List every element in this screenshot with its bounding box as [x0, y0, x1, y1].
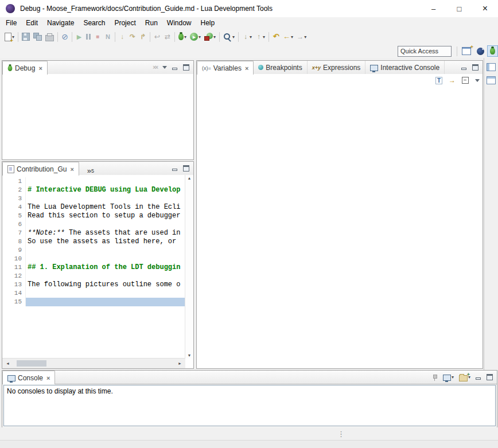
open-console-button[interactable]: ▾	[459, 373, 470, 381]
restore-minimized-view-button-2[interactable]	[487, 76, 496, 84]
skip-all-breakpoints-button[interactable]: ⊘	[60, 30, 70, 43]
editor-line[interactable]: 10	[2, 255, 185, 263]
scroll-down-icon[interactable]: ▼	[186, 353, 193, 357]
editor-line[interactable]: 8So use the assets as listed here, or	[2, 237, 185, 246]
minimize-view-button[interactable]	[476, 375, 481, 380]
debug-button[interactable]: ▾	[177, 30, 188, 43]
step-return-button[interactable]: ↱	[138, 30, 148, 43]
last-edit-location-button[interactable]: ↶	[271, 30, 281, 43]
menu-file[interactable]: File	[1, 17, 21, 29]
save-all-button[interactable]	[32, 30, 44, 43]
menu-search[interactable]: Search	[79, 17, 110, 29]
dropdown-arrow-icon[interactable]: ▾	[199, 34, 201, 40]
quick-access-input[interactable]: Quick Access	[398, 46, 452, 57]
previous-annotation-button[interactable]: ↑▾	[254, 30, 267, 43]
show-logical-structures-button[interactable]: →	[449, 76, 456, 84]
console-output[interactable]: No consoles to display at this time.	[3, 385, 496, 426]
tab-variables[interactable]: (x)= Variables ×	[197, 61, 254, 75]
editor-line[interactable]: 11## 1. Explanation of the LDT debuggin	[2, 263, 185, 272]
menu-project[interactable]: Project	[110, 17, 140, 29]
maximize-view-button[interactable]	[183, 165, 189, 172]
menu-window[interactable]: Window	[162, 17, 196, 29]
tab-debug[interactable]: Debug ×	[2, 61, 48, 75]
tab-interactive-console[interactable]: Interactive Console	[365, 61, 445, 74]
show-type-names-button[interactable]: T	[435, 77, 442, 84]
dropdown-arrow-icon[interactable]: ▾	[263, 34, 265, 40]
dropdown-arrow-icon[interactable]: ▾	[232, 34, 235, 40]
close-window-button[interactable]: ×	[472, 0, 498, 17]
close-tab-icon[interactable]: ×	[245, 65, 248, 72]
editor-line[interactable]: 14	[2, 289, 185, 298]
tab-expressions[interactable]: x+y Expressions	[308, 61, 366, 74]
variables-tree[interactable]	[197, 74, 483, 368]
remove-all-terminated-button[interactable]: ××	[153, 64, 157, 71]
back-button[interactable]: ←▾	[281, 30, 295, 43]
editor-line[interactable]: 7**Note:** The assets that are used in	[2, 229, 185, 237]
step-into-button[interactable]: ↓	[117, 30, 127, 43]
view-menu-icon[interactable]	[162, 66, 167, 69]
minimize-window-button[interactable]: –	[421, 0, 446, 17]
close-tab-icon[interactable]: ×	[46, 375, 50, 381]
editor-line[interactable]: 1	[2, 177, 185, 186]
search-button[interactable]: ▾	[221, 30, 236, 43]
dropdown-arrow-icon[interactable]: ▾	[304, 34, 306, 40]
editor-line[interactable]: 15	[2, 298, 185, 306]
minimize-view-button[interactable]	[172, 65, 178, 71]
display-selected-console-button[interactable]: ▾	[443, 374, 454, 381]
forward-button[interactable]: →▾	[295, 30, 308, 43]
maximize-view-button[interactable]	[487, 374, 493, 380]
lua-perspective-button[interactable]	[474, 45, 487, 57]
terminate-button[interactable]: ■	[92, 30, 103, 43]
editor-line[interactable]: 12	[2, 272, 185, 281]
tab-breakpoints[interactable]: Breakpoints	[254, 61, 307, 74]
dropdown-arrow-icon[interactable]: ▾	[184, 34, 186, 40]
tab-contribution-guide[interactable]: Contribution_Gu ×	[2, 162, 79, 176]
view-menu-icon[interactable]	[475, 79, 480, 82]
editor-line[interactable]: 6	[2, 220, 185, 229]
menu-navigate[interactable]: Navigate	[42, 17, 79, 29]
resume-button[interactable]: ▶	[74, 30, 84, 43]
drop-to-frame-button[interactable]: ↩	[152, 30, 162, 43]
pin-console-button[interactable]	[431, 374, 438, 381]
use-step-filters-button[interactable]: ⇄	[162, 30, 173, 43]
close-tab-icon[interactable]: ×	[38, 65, 42, 72]
scroll-up-icon[interactable]: ▲	[186, 176, 193, 180]
dropdown-arrow-icon[interactable]: ▾	[291, 34, 293, 40]
hidden-editors-chevron[interactable]: » 5	[85, 162, 96, 175]
maximize-view-button[interactable]	[472, 64, 478, 71]
resize-grip[interactable]: ⋮	[337, 430, 345, 438]
editor-line-list[interactable]: 12# Interactive DEBUG using Lua Develop3…	[2, 177, 185, 306]
editor-line[interactable]: 4The Lua Development Tools in the Ecli	[2, 203, 185, 212]
menu-run[interactable]: Run	[141, 17, 162, 29]
dropdown-arrow-icon[interactable]: ▾	[250, 34, 252, 40]
step-over-button[interactable]: ↷	[127, 30, 138, 43]
next-annotation-button[interactable]: ↓▾	[240, 30, 254, 43]
close-tab-icon[interactable]: ×	[70, 166, 73, 173]
collapse-all-button[interactable]	[462, 77, 469, 84]
maximize-view-button[interactable]	[183, 64, 189, 71]
tab-console[interactable]: Console ×	[2, 371, 55, 384]
horizontal-scrollbar[interactable]: ◄ ►	[2, 358, 185, 368]
scroll-left-icon[interactable]: ◄	[5, 361, 11, 365]
editor-line[interactable]: 3	[2, 194, 185, 203]
new-wizard-button[interactable]: ▾	[3, 30, 16, 43]
save-button[interactable]	[20, 30, 32, 43]
minimize-view-button[interactable]	[461, 65, 467, 71]
editor-line[interactable]: 9	[2, 246, 185, 255]
disconnect-button[interactable]: N	[103, 30, 113, 43]
menu-edit[interactable]: Edit	[21, 17, 42, 29]
maximize-window-button[interactable]: □	[446, 0, 472, 17]
run-button[interactable]: ▶▾	[188, 30, 203, 43]
restore-minimized-view-button-1[interactable]	[487, 63, 496, 71]
scroll-right-icon[interactable]: ►	[177, 361, 183, 365]
editor-line[interactable]: 2# Interactive DEBUG using Lua Develop	[2, 186, 185, 194]
debug-tree[interactable]	[2, 74, 193, 159]
horizontal-scroll-thumb[interactable]	[17, 360, 46, 367]
menu-help[interactable]: Help	[196, 17, 220, 29]
dropdown-arrow-icon[interactable]: ▾	[213, 34, 216, 40]
dropdown-arrow-icon[interactable]: ▾	[452, 375, 454, 380]
open-perspective-button[interactable]	[459, 45, 474, 57]
debug-perspective-button[interactable]	[487, 45, 498, 57]
editor-line[interactable]: 5Read this section to setup a debugger	[2, 212, 185, 220]
editor-line[interactable]: 13The following pictures outline some o	[2, 281, 185, 289]
